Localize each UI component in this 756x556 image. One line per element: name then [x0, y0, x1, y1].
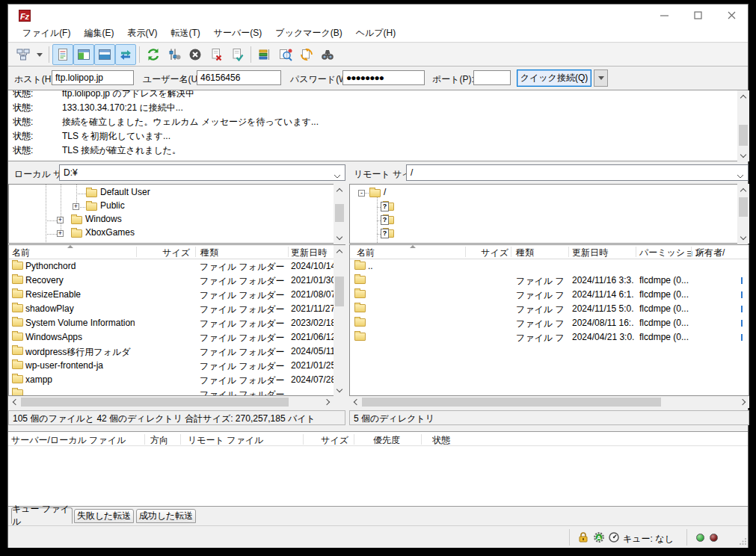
- column-divider[interactable]: [568, 247, 569, 257]
- toggle-remote-tree-button[interactable]: [94, 44, 115, 65]
- scrollbar-thumb[interactable]: [362, 398, 661, 407]
- tree-item-root[interactable]: /: [384, 187, 386, 197]
- column-header-name[interactable]: 名前: [12, 247, 30, 259]
- column-divider[interactable]: [195, 247, 196, 257]
- column-header-date[interactable]: 更新日時: [572, 247, 608, 259]
- file-row[interactable]: wordpress移行用フォルダ ファイル フォルダー 2024/05/11: [9, 345, 345, 359]
- remote-site-combo[interactable]: /: [406, 164, 749, 181]
- menu-view[interactable]: 表示(V): [120, 27, 164, 40]
- queue-col-direction[interactable]: 方向: [150, 434, 168, 447]
- menu-bookmarks[interactable]: ブックマーク(B): [268, 27, 348, 40]
- port-input[interactable]: [473, 70, 511, 85]
- scroll-down-arrow[interactable]: [737, 232, 749, 244]
- column-header-size[interactable]: サイズ: [136, 247, 190, 259]
- column-divider[interactable]: [465, 247, 466, 257]
- unknown-folder-icon[interactable]: ?: [381, 229, 389, 238]
- menu-server[interactable]: サーバー(S): [207, 27, 269, 40]
- directory-comparison-button[interactable]: [275, 44, 296, 65]
- column-header-type[interactable]: 種類: [516, 247, 534, 259]
- scrollbar-thumb[interactable]: [335, 277, 344, 306]
- refresh-button[interactable]: [143, 44, 164, 65]
- toggle-local-tree-button[interactable]: [73, 44, 94, 65]
- remote-list-hscrollbar[interactable]: [349, 396, 749, 408]
- column-divider[interactable]: [511, 247, 511, 257]
- menu-edit[interactable]: 編集(E): [77, 27, 120, 40]
- local-list-hscrollbar[interactable]: [8, 396, 334, 408]
- column-divider[interactable]: [180, 434, 181, 445]
- scrollbar-thumb[interactable]: [21, 398, 289, 407]
- synchronized-browsing-button[interactable]: [296, 44, 317, 65]
- tree-item-xboxgames[interactable]: XboxGames: [85, 227, 135, 238]
- quickconnect-button[interactable]: クイック接続(Q): [517, 70, 591, 87]
- expand-toggle[interactable]: +: [57, 230, 64, 237]
- queue-col-remote-file[interactable]: リモート ファイル: [188, 434, 263, 447]
- expand-toggle[interactable]: +: [73, 203, 79, 210]
- ascii-mode-gear-icon[interactable]: A: [592, 531, 606, 544]
- menu-help[interactable]: ヘルプ(H): [349, 27, 403, 40]
- cancel-button[interactable]: [185, 44, 206, 65]
- column-divider[interactable]: [636, 247, 636, 257]
- scroll-down-arrow[interactable]: [334, 232, 345, 244]
- tree-item-windows[interactable]: Windows: [85, 214, 122, 224]
- column-divider[interactable]: [288, 247, 289, 257]
- file-row-parent[interactable]: ..: [350, 259, 749, 274]
- scroll-down-arrow[interactable]: [737, 149, 749, 161]
- tls-lock-icon[interactable]: [577, 531, 590, 544]
- close-button[interactable]: [719, 7, 744, 22]
- file-row[interactable]: Pythonchord ファイル フォルダー 2024/10/14: [9, 259, 345, 274]
- scrollbar-thumb[interactable]: [739, 125, 748, 146]
- queue-body[interactable]: [8, 446, 748, 507]
- file-row[interactable]: ファイル フォ... 2024/11/16 3:3... flcdmpe (0.…: [350, 274, 749, 288]
- local-tree-scrollbar[interactable]: [334, 184, 345, 244]
- toggle-transfer-queue-button[interactable]: [115, 44, 136, 65]
- scroll-up-arrow[interactable]: [737, 184, 749, 196]
- password-input[interactable]: [342, 70, 425, 85]
- scroll-right-arrow[interactable]: [322, 396, 334, 408]
- maximize-button[interactable]: [685, 7, 710, 22]
- scrollbar-thumb[interactable]: [335, 204, 344, 222]
- column-divider[interactable]: [691, 247, 692, 257]
- title-bar[interactable]: Fz: [8, 4, 748, 25]
- unknown-folder-icon[interactable]: ?: [381, 215, 389, 225]
- expand-toggle[interactable]: +: [57, 217, 64, 223]
- unknown-folder-icon[interactable]: ?: [381, 202, 389, 211]
- process-queue-button[interactable]: [164, 44, 185, 65]
- scroll-right-arrow[interactable]: [737, 396, 749, 408]
- site-manager-button[interactable]: [13, 44, 34, 65]
- column-divider[interactable]: [144, 434, 145, 445]
- resize-grip[interactable]: [740, 537, 747, 547]
- column-header-date[interactable]: 更新日時: [291, 247, 327, 259]
- tab-queued-files[interactable]: キュー ファイル: [11, 507, 73, 524]
- scroll-up-arrow[interactable]: [737, 90, 749, 102]
- column-header-type[interactable]: 種類: [200, 247, 218, 259]
- queue-col-status[interactable]: 状態: [432, 434, 450, 447]
- tree-item-default-user[interactable]: Default User: [100, 187, 150, 197]
- quickconnect-dropdown-button[interactable]: [594, 70, 608, 87]
- disconnect-button[interactable]: [206, 44, 227, 65]
- filename-filters-button[interactable]: [254, 44, 275, 65]
- queue-col-priority[interactable]: 優先度: [373, 434, 400, 447]
- file-row[interactable]: ファイル フォ... 2024/08/11 16:... flcdmpe (0.…: [350, 316, 749, 330]
- file-row[interactable]: ファイル フォ... 2024/04/21 3:0... flcdmpe (0.…: [350, 330, 749, 345]
- tab-successful-transfers[interactable]: 成功した転送: [136, 509, 196, 523]
- scroll-left-arrow[interactable]: [349, 396, 361, 408]
- local-list-scrollbar[interactable]: [334, 245, 345, 396]
- scroll-up-arrow[interactable]: [334, 184, 345, 196]
- column-header-owner[interactable]: 所有者/: [695, 247, 725, 259]
- scroll-down-arrow[interactable]: [334, 384, 345, 396]
- file-row[interactable]: ファイル フォ... 2024/11/14 6:1... flcdmpe (0.…: [350, 288, 749, 302]
- file-row[interactable]: ResizeEnable ファイル フォルダー 2021/08/07: [9, 288, 345, 302]
- speed-limit-icon[interactable]: [607, 531, 621, 544]
- file-row[interactable]: shadowPlay ファイル フォルダー 2021/11/27: [9, 302, 345, 316]
- file-row[interactable]: wp-user-frontend-ja ファイル フォルダー 2021/01/2…: [9, 359, 345, 373]
- host-input[interactable]: [52, 70, 134, 85]
- file-row-partial[interactable]: ファイル フォルダー: [9, 387, 345, 396]
- collapse-toggle[interactable]: -: [358, 190, 365, 197]
- file-row[interactable]: ファイル フォ... 2024/11/15 5:0... flcdmpe (0.…: [350, 302, 749, 316]
- queue-col-server-local[interactable]: サーバー/ローカル ファイル: [11, 434, 126, 447]
- site-manager-dropdown-button[interactable]: [34, 44, 46, 65]
- username-input[interactable]: [197, 70, 281, 85]
- column-divider[interactable]: [354, 434, 354, 445]
- find-files-button[interactable]: [317, 44, 338, 65]
- menu-file[interactable]: ファイル(F): [16, 27, 77, 40]
